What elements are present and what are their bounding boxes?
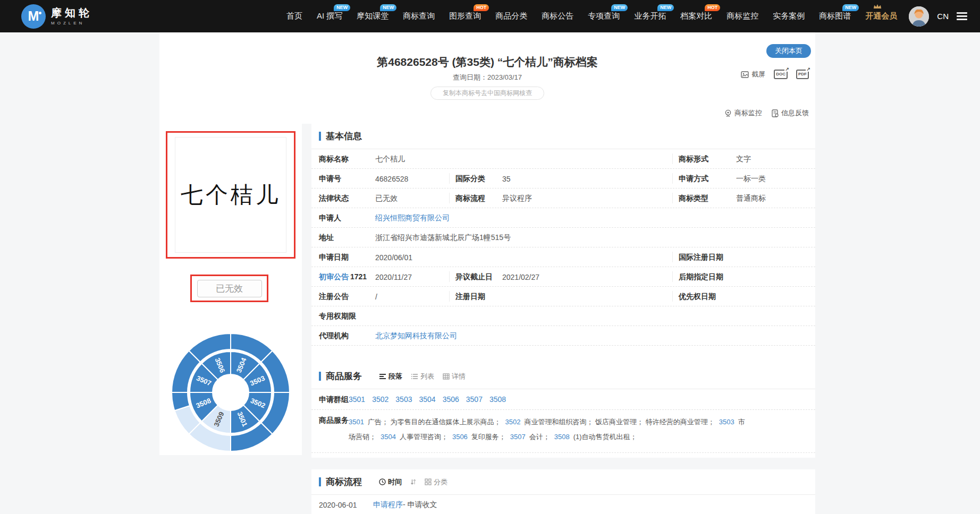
nav-item-7[interactable]: 商标公告	[542, 11, 573, 21]
nav-item-13[interactable]: 商标图谱NEW	[819, 11, 851, 21]
hot-badge: HOT	[474, 4, 489, 11]
info-cell: 申请人绍兴恒熙商贸有限公司	[319, 208, 450, 228]
service-code-link[interactable]: 3502	[505, 418, 521, 426]
category-grid-icon	[425, 478, 432, 485]
nav-item-2[interactable]: AI 撰写NEW	[317, 11, 342, 21]
info-label: 代理机构	[319, 331, 375, 341]
top-nav: M 摩知轮 MOZLEN 首页AI 撰写NEW摩知课堂NEW商标查询图形查询HO…	[0, 0, 980, 32]
info-cell: 商标类型普通商标	[679, 189, 766, 208]
info-value: 异议程序	[502, 194, 532, 203]
group-code-link[interactable]: 3507	[466, 395, 483, 404]
info-cell: 国际注册日期	[679, 247, 736, 267]
trademark-image[interactable]: 七个桔儿	[175, 137, 286, 253]
info-label: 注册公告	[319, 292, 375, 302]
list-icon	[411, 373, 418, 380]
info-row: 注册公告/注册日期优先权日期	[311, 287, 815, 306]
nav-item-11[interactable]: 商标监控	[726, 11, 758, 21]
sort-direction-button[interactable]	[410, 478, 416, 485]
copy-trademark-number-button[interactable]: 复制本商标号去中国商标网核查	[430, 87, 544, 100]
info-value: 文字	[736, 155, 751, 164]
page-title: 第46826528号 (第35类) “七个桔儿”商标档案	[159, 55, 815, 70]
info-label: 商标形式	[679, 155, 736, 164]
user-avatar[interactable]	[909, 6, 929, 27]
gazette-link[interactable]: 初审公告	[319, 272, 349, 281]
info-label: 法律状态	[319, 194, 375, 203]
nav-item-6[interactable]: 商品分类	[495, 11, 527, 21]
view-paragraph[interactable]: 段落	[379, 372, 402, 381]
group-code-link[interactable]: 3506	[443, 395, 459, 404]
info-value: 一标一类	[736, 174, 766, 184]
group-code-link[interactable]: 3503	[395, 395, 412, 404]
sort-arrows-icon	[410, 478, 416, 485]
export-doc-button[interactable]: DOC	[774, 70, 788, 79]
trademark-monitor-link[interactable]: 商标监控	[724, 108, 762, 118]
info-value: 35	[502, 175, 511, 183]
apply-groups-label: 申请群组	[319, 395, 349, 405]
column-divider	[672, 153, 673, 164]
service-code-link[interactable]: 3503	[719, 418, 734, 426]
info-value: /	[375, 293, 377, 301]
basic-info-header: 基本信息	[311, 124, 815, 149]
info-row: 专用权期限	[311, 306, 815, 326]
view-category[interactable]: 分类	[425, 477, 447, 487]
services-text: 3501广告； 为零售目的在通信媒体上展示商品；3502商业管理和组织咨询； 饭…	[349, 410, 745, 452]
apply-groups-codes: 3501350235033504350635073508	[349, 389, 815, 409]
goods-view-switch: 段落 列表 详情	[379, 372, 466, 381]
query-date: 查询日期：2023/03/17	[159, 73, 815, 82]
column-divider	[449, 291, 450, 302]
group-code-link[interactable]: 3508	[489, 395, 506, 404]
paragraph-icon	[379, 373, 386, 380]
nav-item-12[interactable]: 实务案例	[773, 11, 805, 21]
info-cell: 申请方式一标一类	[679, 169, 766, 189]
status-badge: 已无效	[197, 280, 262, 297]
group-code-link[interactable]: 3504	[419, 395, 435, 404]
info-label: 注册日期	[455, 292, 502, 302]
donut-chart: 35043503350235013509350835073506	[171, 333, 290, 452]
info-cell: 商标名称七个桔儿	[319, 149, 405, 169]
group-code-link[interactable]: 3502	[372, 395, 388, 404]
monitor-camera-icon	[724, 109, 732, 117]
service-code-link[interactable]: 3501	[349, 418, 364, 426]
column-divider	[672, 252, 673, 262]
view-detail[interactable]: 详情	[443, 372, 466, 381]
info-cell: 地址浙江省绍兴市迪荡新城北辰广场1幢515号	[319, 228, 511, 247]
feedback-link[interactable]: 信息反馈	[772, 108, 809, 118]
info-cell: 商标形式文字	[679, 149, 751, 169]
info-row: 初审公告17212020/11/27异议截止日2021/02/27后期指定日期	[311, 267, 815, 287]
brand-logo[interactable]: M 摩知轮 MOZLEN	[21, 4, 92, 29]
column-divider	[672, 193, 673, 203]
group-code-link[interactable]: 3501	[349, 395, 365, 404]
nav-item-8[interactable]: 专项查询NEW	[588, 11, 620, 21]
info-label: 申请日期	[319, 253, 375, 262]
info-row: 法律状态已无效商标流程异议程序商标类型普通商标	[311, 189, 815, 208]
brand-subname: MOZLEN	[51, 21, 92, 25]
info-label: 商标流程	[455, 194, 502, 203]
nav-item-9[interactable]: 业务开拓NEW	[634, 11, 666, 21]
service-code-link[interactable]: 3506	[452, 433, 468, 441]
info-value-link[interactable]: 北京梦知网科技有限公司	[375, 331, 457, 341]
nav-item-14[interactable]: 开通会员	[865, 11, 897, 21]
language-switch[interactable]: CN	[937, 12, 949, 21]
flow-title: 商标流程	[319, 477, 362, 486]
menu-hamburger-icon[interactable]	[957, 12, 967, 20]
flow-stage-link[interactable]: 申请程序	[373, 500, 403, 510]
view-time[interactable]: 时间	[379, 477, 402, 487]
info-label: 申请方式	[679, 174, 736, 184]
service-code-link[interactable]: 3504	[381, 433, 396, 441]
nav-item-3[interactable]: 摩知课堂NEW	[357, 11, 388, 21]
export-toolbar: 截屏 DOC PDF	[741, 70, 809, 79]
export-pdf-button[interactable]: PDF	[796, 70, 809, 79]
trademark-flow-card: 商标流程 时间	[311, 469, 815, 514]
nav-item-10[interactable]: 档案对比HOT	[680, 11, 712, 21]
screenshot-button[interactable]: 截屏	[741, 70, 765, 79]
table-icon	[443, 373, 450, 380]
nav-item-5[interactable]: 图形查询HOT	[449, 11, 481, 21]
service-code-link[interactable]: 3507	[510, 433, 526, 441]
service-text: 商业管理和组织咨询； 饭店商业管理； 特许经营的商业管理；	[524, 418, 714, 426]
service-code-link[interactable]: 3508	[554, 433, 570, 441]
view-list[interactable]: 列表	[411, 372, 434, 381]
info-value-link[interactable]: 绍兴恒熙商贸有限公司	[375, 213, 450, 223]
nav-item-4[interactable]: 商标查询	[403, 11, 435, 21]
nav-item-1[interactable]: 首页	[286, 11, 302, 21]
service-text: 人事管理咨询；	[400, 433, 448, 441]
